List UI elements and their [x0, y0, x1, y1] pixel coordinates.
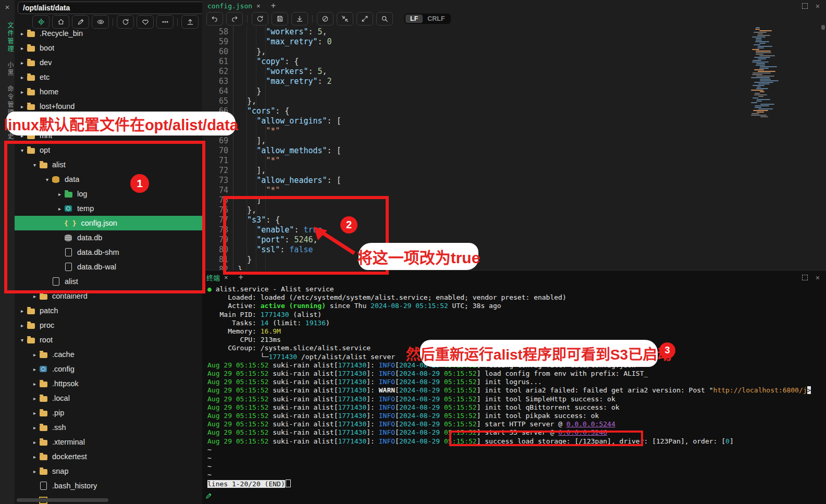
- chevron-right-icon[interactable]: ▸: [30, 293, 39, 299]
- tree-item-.xterminal[interactable]: ▸.xterminal: [15, 435, 202, 449]
- chevron-right-icon[interactable]: ▸: [30, 469, 39, 474]
- tree-item-data[interactable]: ▾data: [15, 172, 202, 187]
- terminal-new-tab-icon[interactable]: +: [239, 273, 243, 282]
- search-icon[interactable]: [376, 12, 393, 26]
- terminal-tab-close-icon[interactable]: ×: [224, 274, 228, 281]
- tree-item-dockertest[interactable]: ▸dockertest: [15, 449, 202, 464]
- tree-item-data.db-wal[interactable]: data.db-wal: [15, 260, 202, 274]
- tree-item-label: .Recycle_bin: [40, 29, 83, 38]
- chevron-right-icon[interactable]: ▸: [18, 104, 27, 109]
- activity-tab-1[interactable]: 文件管理: [0, 22, 15, 53]
- horizontal-scrollbar[interactable]: [17, 498, 108, 502]
- tree-item-containerd[interactable]: ▸containerd: [15, 289, 202, 303]
- terminal-maximize-icon[interactable]: [802, 275, 808, 280]
- tree-item-.local[interactable]: ▸.local: [15, 391, 202, 405]
- code-area[interactable]: 5859606162636465666768697071727374757677…: [202, 26, 826, 270]
- terminal-close-icon[interactable]: ×: [816, 275, 820, 280]
- undo-icon[interactable]: [206, 12, 223, 26]
- tree-item-snap[interactable]: ▸snap: [15, 464, 202, 478]
- tree-item-root[interactable]: ▾root: [15, 333, 202, 347]
- activity-tab-3[interactable]: 命令管理: [0, 85, 15, 117]
- tree-item-partial[interactable]: [15, 114, 202, 128]
- terminal-line: Aug 29 05:15:52 suki-rain alist[1771430]…: [207, 403, 811, 412]
- tree-item-.httpsok[interactable]: ▸.httpsok: [15, 376, 202, 391]
- chevron-down-icon[interactable]: ▾: [30, 162, 39, 168]
- tree-item-temp[interactable]: ▸temp: [15, 201, 202, 216]
- tree-item-dev[interactable]: ▸dev: [15, 55, 202, 70]
- tree-item-log[interactable]: ▸log: [15, 187, 202, 201]
- tree-item-config.json[interactable]: { }config.json: [15, 216, 202, 230]
- sidebar-close-icon[interactable]: ×: [0, 0, 15, 14]
- eol-lf-button[interactable]: LF: [405, 15, 423, 23]
- tree-item-.cache[interactable]: ▸.cache: [15, 347, 202, 362]
- tree-item-.bash_history[interactable]: .bash_history: [15, 478, 202, 493]
- terminal-tab-bar: 终端 × +: [202, 271, 826, 284]
- folder-icon: [27, 337, 35, 343]
- chevron-right-icon[interactable]: ▸: [55, 206, 64, 212]
- chevron-right-icon[interactable]: ▸: [18, 45, 27, 51]
- chevron-right-icon[interactable]: ▸: [18, 133, 27, 139]
- database-icon: [52, 176, 60, 183]
- tree-item-mnt[interactable]: ▸mnt: [15, 128, 202, 143]
- terminal-output[interactable]: ● alist.service - Alist service Loaded: …: [207, 285, 811, 488]
- tab-close-icon[interactable]: ×: [256, 2, 261, 10]
- tree-item-data.db[interactable]: data.db: [15, 230, 202, 245]
- chevron-right-icon[interactable]: ▸: [18, 31, 27, 36]
- tree-item-home[interactable]: ▸home: [15, 84, 202, 99]
- chevron-right-icon[interactable]: ▸: [18, 323, 27, 328]
- chevron-right-icon[interactable]: ▸: [30, 425, 39, 431]
- chevron-right-icon[interactable]: ▸: [18, 60, 27, 66]
- chevron-right-icon[interactable]: ▸: [30, 352, 39, 358]
- chevron-down-icon[interactable]: ▾: [18, 147, 27, 153]
- tree-item-boot[interactable]: ▸boot: [15, 41, 202, 55]
- chevron-right-icon[interactable]: ▸: [30, 381, 39, 387]
- chevron-down-icon[interactable]: ▾: [43, 177, 52, 182]
- shrink-icon[interactable]: [337, 12, 353, 26]
- maximize-icon[interactable]: [802, 3, 808, 9]
- terminal-cursor: [286, 480, 291, 487]
- minimap-line: [756, 52, 771, 53]
- activity-tab-2[interactable]: 小黑: [0, 62, 15, 77]
- chevron-right-icon[interactable]: ▸: [30, 396, 39, 401]
- save-icon[interactable]: [272, 12, 288, 26]
- tree-item-alist[interactable]: alist: [15, 274, 202, 289]
- tree-item-.Recycle_bin[interactable]: ▸.Recycle_bin: [15, 26, 202, 41]
- tree-item-alist[interactable]: ▾alist: [15, 157, 202, 172]
- tab-terminal[interactable]: 终端: [206, 273, 220, 282]
- tree-item-patch[interactable]: ▸patch: [15, 303, 202, 318]
- chevron-right-icon[interactable]: ▸: [30, 366, 39, 372]
- editor-scrollbar-thumb[interactable]: [821, 25, 825, 30]
- chevron-down-icon[interactable]: ▾: [18, 337, 27, 343]
- tree-item-.config[interactable]: ▸.config: [15, 362, 202, 376]
- minimap[interactable]: [755, 27, 779, 121]
- chevron-right-icon[interactable]: ▸: [30, 410, 39, 416]
- path-input[interactable]: /opt/alist/data: [18, 2, 204, 14]
- expand-icon[interactable]: [356, 12, 373, 26]
- redo-icon[interactable]: [226, 12, 243, 26]
- eol-crlf-button[interactable]: CRLF: [423, 15, 449, 23]
- download-icon[interactable]: [291, 12, 308, 26]
- close-icon[interactable]: ×: [816, 4, 820, 9]
- pencil-icon[interactable]: [205, 492, 212, 501]
- new-tab-icon[interactable]: +: [271, 1, 276, 10]
- chevron-right-icon[interactable]: ▸: [30, 454, 39, 460]
- slash-icon[interactable]: [317, 12, 334, 26]
- refresh-icon[interactable]: [252, 12, 268, 26]
- tree-item-opt[interactable]: ▾opt: [15, 143, 202, 157]
- chevron-right-icon[interactable]: ▸: [18, 75, 27, 80]
- tab-config-json[interactable]: config.json: [207, 2, 252, 10]
- code-line: "allow_headers": [: [238, 176, 341, 186]
- chevron-right-icon[interactable]: ▸: [18, 308, 27, 314]
- activity-tab-4[interactable]: 历史: [0, 125, 15, 141]
- tree-item-proc[interactable]: ▸proc: [15, 318, 202, 333]
- folder-icon: [27, 308, 35, 314]
- chevron-right-icon[interactable]: ▸: [18, 89, 27, 95]
- tree-item-label: data: [65, 175, 79, 183]
- tree-item-lost+found[interactable]: ▸lost+found: [15, 99, 202, 114]
- chevron-right-icon[interactable]: ▸: [55, 191, 64, 197]
- tree-item-.pip[interactable]: ▸.pip: [15, 405, 202, 420]
- tree-item-data.db-shm[interactable]: data.db-shm: [15, 245, 202, 260]
- tree-item-.ssh[interactable]: ▸.ssh: [15, 420, 202, 435]
- tree-item-etc[interactable]: ▸etc: [15, 70, 202, 84]
- chevron-right-icon[interactable]: ▸: [30, 439, 39, 445]
